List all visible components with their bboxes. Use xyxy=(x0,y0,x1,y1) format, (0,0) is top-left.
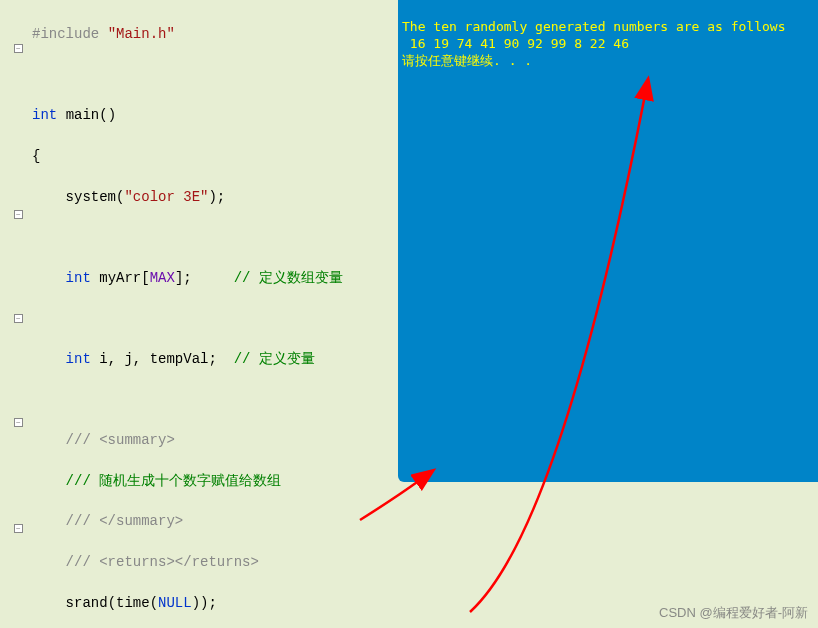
comment-arr: // 定义数组变量 xyxy=(234,270,343,286)
vars-decl: i, j, tempVal; xyxy=(99,351,217,367)
brace-open: { xyxy=(32,148,40,164)
console-line-2: 16 19 74 41 90 92 99 8 22 46 xyxy=(402,36,629,51)
main-func: main xyxy=(66,107,100,123)
fold-toggle[interactable] xyxy=(14,210,23,219)
srand-call: srand xyxy=(66,595,108,611)
kw-int: int xyxy=(32,107,57,123)
fold-toggle[interactable] xyxy=(14,524,23,533)
comment-var: // 定义变量 xyxy=(234,351,315,367)
fold-toggle[interactable] xyxy=(14,44,23,53)
max-macro: MAX xyxy=(150,270,175,286)
console-line-3: 请按任意键继续. . . xyxy=(402,53,532,68)
console-line-1: The ten randomly generated numbers are a… xyxy=(402,19,786,34)
doc-line-1: /// 随机生成十个数字赋值给数组 xyxy=(66,473,282,489)
fold-toggle[interactable] xyxy=(14,418,23,427)
console-output: The ten randomly generated numbers are a… xyxy=(398,0,818,482)
preproc-include: #include xyxy=(32,26,99,42)
time-call: time xyxy=(116,595,150,611)
doc-summary-open-1: /// <summary> xyxy=(66,432,175,448)
fold-toggle[interactable] xyxy=(14,314,23,323)
doc-returns-1: /// <returns></returns> xyxy=(66,554,259,570)
watermark: CSDN @编程爱好者-阿新 xyxy=(659,604,808,622)
kw-int-arr: int xyxy=(66,270,91,286)
arr-name: myArr xyxy=(99,270,141,286)
include-file: "Main.h" xyxy=(108,26,175,42)
system-arg: "color 3E" xyxy=(124,189,208,205)
kw-int-vars: int xyxy=(66,351,91,367)
system-call: system xyxy=(66,189,116,205)
null-kw: NULL xyxy=(158,595,192,611)
doc-summary-close-1: /// </summary> xyxy=(66,513,184,529)
